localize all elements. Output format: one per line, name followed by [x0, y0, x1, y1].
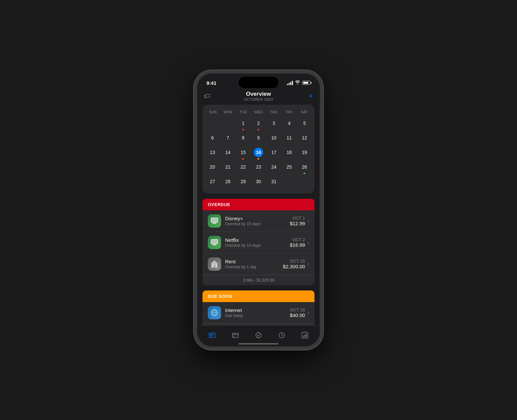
tab-accounts[interactable]: [224, 329, 247, 344]
cal-cell-25[interactable]: 25: [282, 161, 296, 175]
dynamic-island: [239, 77, 278, 88]
cal-cell-19[interactable]: 19: [297, 146, 312, 160]
wifi-icon: [295, 80, 300, 85]
tab-bills[interactable]: [201, 329, 224, 344]
cal-cell-17[interactable]: 17: [266, 146, 281, 160]
cal-cell-8[interactable]: 8: [236, 132, 251, 146]
disney-icon: [208, 214, 221, 228]
overdue-total: 3 bills - $2,329.98: [202, 275, 315, 285]
svg-rect-17: [233, 336, 235, 337]
cal-cell-13[interactable]: 13: [205, 146, 220, 160]
disney-right: OCT 1 $12.99: [290, 216, 305, 226]
cal-day-tue: TUE: [236, 109, 251, 115]
page-title: Overview: [244, 91, 273, 97]
cal-cell-2[interactable]: 2: [251, 117, 266, 131]
bill-item-netflix[interactable]: Netflix Overdue by 14 days OCT 2 $16.99 …: [202, 232, 315, 253]
internet-desc: Due today: [225, 313, 290, 318]
header-center: Overview OCTOBER 2024: [244, 91, 273, 101]
cal-cell-14[interactable]: 14: [220, 146, 235, 160]
cal-cell-23[interactable]: 23: [251, 161, 266, 175]
bill-item-disney[interactable]: Disney+ Overdue by 15 days OCT 1 $12.99 …: [202, 210, 315, 232]
disney-desc: Overdue by 15 days: [225, 222, 290, 226]
overdue-section: OVERDUE Disney+ Overdue by 15 da: [202, 199, 315, 285]
cal-cell-30[interactable]: 30: [251, 176, 266, 189]
chevron-icon: ›: [308, 261, 309, 267]
cal-cell-empty: [297, 176, 312, 189]
rent-right: OCT 15 $2,300.00: [283, 259, 305, 269]
internet-icon: [208, 306, 221, 319]
netflix-amount: $16.99: [290, 242, 305, 248]
cal-day-fri: FRI: [281, 109, 297, 115]
netflix-name: Netflix: [225, 237, 290, 243]
svg-rect-3: [212, 223, 217, 224]
internet-info: Internet Due today: [225, 307, 290, 318]
cal-cell-9[interactable]: 9: [251, 132, 266, 146]
disney-amount: $12.99: [290, 221, 305, 226]
cal-cell-18[interactable]: 18: [282, 146, 296, 160]
cal-cell-27[interactable]: 27: [205, 176, 220, 189]
disney-date: OCT 1: [292, 216, 305, 221]
battery-icon: [302, 81, 311, 85]
cal-cell-16-today[interactable]: 16: [251, 146, 266, 160]
bill-item-rent[interactable]: Rent Overdue by 1 day OCT 15 $2,300.00 ›: [202, 253, 315, 275]
app-header: 🏷 Overview OCTOBER 2024 +: [197, 88, 320, 105]
overdue-header: OVERDUE: [202, 199, 315, 210]
add-button[interactable]: +: [300, 92, 313, 100]
svg-rect-6: [213, 244, 216, 245]
cal-cell-22[interactable]: 22: [236, 161, 251, 175]
cal-cell-1[interactable]: 1: [236, 117, 251, 131]
cal-cell-15[interactable]: 15: [236, 146, 251, 160]
cal-cell-12[interactable]: 12: [297, 132, 312, 146]
tab-budget[interactable]: [247, 329, 270, 344]
reports-icon: [301, 331, 309, 341]
tab-reports[interactable]: [293, 329, 316, 344]
svg-marker-10: [211, 260, 218, 264]
svg-rect-9: [213, 265, 216, 268]
internet-name: Internet: [225, 307, 290, 313]
volume-down-button[interactable]: [194, 132, 195, 144]
chevron-icon: ›: [308, 310, 309, 315]
tab-history[interactable]: [270, 329, 293, 344]
cal-cell-11[interactable]: 11: [282, 132, 296, 146]
cal-cell-20[interactable]: 20: [205, 161, 220, 175]
phone-frame: 9:41 🏷 Overvie: [194, 70, 323, 350]
tag-button[interactable]: 🏷: [204, 92, 217, 100]
cal-cell-31[interactable]: 31: [266, 176, 281, 189]
svg-rect-2: [213, 223, 216, 223]
cal-cell-24[interactable]: 24: [266, 161, 281, 175]
calendar-section: SUN MON TUE WED THU FRI SAT 1 2: [202, 105, 315, 193]
due-soon-header: DUE SOON: [202, 290, 315, 302]
cal-cell-5[interactable]: 5: [297, 117, 312, 131]
calendar-header: SUN MON TUE WED THU FRI SAT: [205, 109, 312, 115]
cal-cell-6[interactable]: 6: [205, 132, 220, 146]
rent-name: Rent: [225, 259, 283, 264]
volume-up-button[interactable]: [194, 117, 195, 129]
scroll-content: SUN MON TUE WED THU FRI SAT 1 2: [197, 105, 320, 342]
svg-rect-1: [211, 218, 217, 222]
svg-rect-24: [305, 335, 305, 337]
cal-day-mon: MON: [220, 109, 236, 115]
cal-cell-21[interactable]: 21: [220, 161, 235, 175]
cal-cell-29[interactable]: 29: [236, 176, 251, 189]
budget-icon: [255, 331, 262, 341]
svg-rect-23: [303, 336, 304, 337]
cal-cell-26[interactable]: 26: [297, 161, 312, 175]
netflix-right: OCT 2 $16.99: [290, 237, 305, 248]
cal-cell-3[interactable]: 3: [266, 117, 281, 131]
plus-icon: +: [309, 92, 313, 100]
bill-item-internet[interactable]: Internet Due today OCT 16 $40.00 ›: [202, 302, 315, 324]
status-icons: [287, 80, 311, 85]
netflix-info: Netflix Overdue by 14 days: [225, 237, 290, 248]
cal-day-wed: WED: [251, 109, 266, 115]
overdue-bills-list: Disney+ Overdue by 15 days OCT 1 $12.99 …: [202, 210, 315, 285]
cal-cell-28[interactable]: 28: [220, 176, 235, 189]
cal-cell-4[interactable]: 4: [282, 117, 296, 131]
side-button[interactable]: [322, 127, 323, 146]
cal-cell-10[interactable]: 10: [266, 132, 281, 146]
internet-amount: $40.00: [290, 312, 305, 318]
cal-cell-7[interactable]: 7: [220, 132, 235, 146]
svg-rect-16: [232, 333, 238, 338]
cal-cell-empty: [282, 176, 296, 189]
netflix-desc: Overdue by 14 days: [225, 243, 290, 248]
home-indicator: [239, 343, 278, 344]
